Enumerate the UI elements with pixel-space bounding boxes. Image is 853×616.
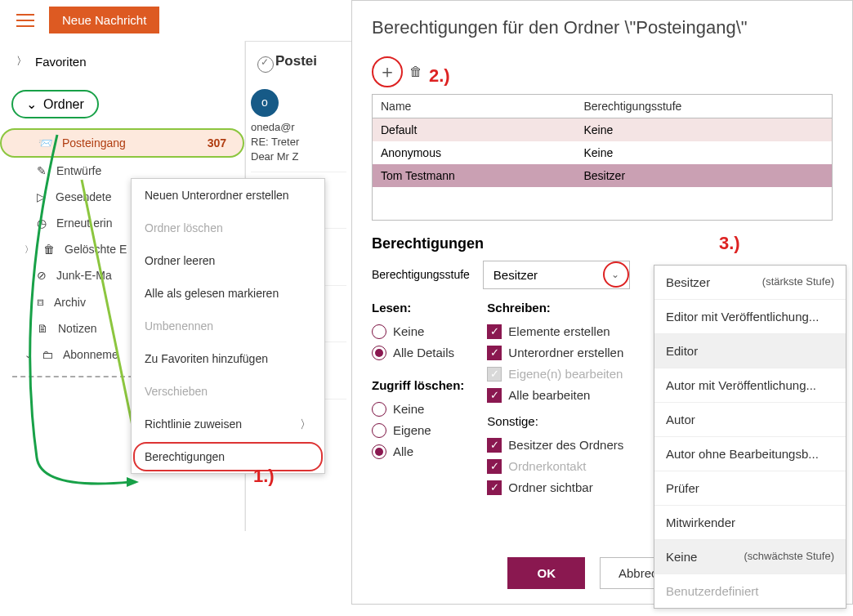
option-custom[interactable]: Benutzerdefiniert (654, 574, 846, 608)
checkbox-icon (487, 438, 502, 453)
delete-title: Zugriff löschen: (372, 378, 464, 392)
option-pruefer[interactable]: Prüfer (654, 471, 846, 506)
column-name: Name (373, 95, 576, 118)
favorites-label: Favoriten (35, 55, 87, 69)
message-item[interactable]: o oneda@r RE: Treter Dear Mr Z (251, 84, 346, 172)
check-label: Unterordner erstellen (508, 346, 623, 359)
folder-label: Erneut erin (56, 216, 112, 230)
option-label: Keine (666, 550, 697, 564)
new-message-button[interactable]: Neue Nachricht (49, 7, 159, 33)
chevron-right-icon: 〉 (300, 417, 311, 432)
option-besitzer[interactable]: Besitzer(stärkste Stufe) (654, 266, 846, 300)
permission-level-dropdown[interactable]: Besitzer ⌄ (483, 261, 630, 289)
read-title: Lesen: (372, 301, 464, 315)
menu-empty-folder[interactable]: Ordner leeren (132, 244, 324, 277)
radio-icon (372, 423, 386, 438)
radio-read-all[interactable]: Alle Details (372, 342, 464, 364)
option-editor-publish[interactable]: Editor mit Veröffentlichung... (654, 300, 846, 334)
chevron-right-icon: 〉 (16, 54, 27, 69)
hamburger-icon[interactable] (16, 14, 34, 27)
add-user-button[interactable]: ＋ (377, 62, 397, 82)
option-keine[interactable]: Keine(schwächste Stufe) (654, 540, 846, 574)
option-hint: (schwächste Stufe) (744, 550, 834, 564)
menu-delete-folder: Ordner löschen (132, 212, 324, 244)
check-edit-all[interactable]: Alle bearbeiten (487, 385, 623, 406)
folder-header: Postei (275, 53, 346, 69)
menu-create-subfolder[interactable]: Neuen Unterordner erstellen (132, 179, 324, 212)
chevron-down-icon: ⌄ (611, 269, 619, 280)
annotation-circle: ＋ (372, 56, 403, 87)
permissions-table: Name Berechtigungsstufe Default Keine An… (372, 94, 833, 221)
annotation-2: 2.) (429, 65, 450, 87)
cell-level: Besitzer (575, 164, 832, 187)
radio-read-none[interactable]: Keine (372, 321, 464, 342)
notes-icon: 🗎 (37, 322, 48, 335)
radio-label: Keine (393, 324, 424, 338)
option-autor[interactable]: Autor (654, 403, 846, 437)
chevron-down-icon: ⌄ (25, 350, 32, 360)
cell-level: Keine (575, 118, 832, 142)
avatar: o (251, 89, 279, 117)
write-title: Schreiben: (487, 301, 623, 315)
folders-label: Ordner (43, 97, 84, 112)
folder-icon: 🗀 (42, 348, 53, 361)
chevron-down-icon: ⌄ (26, 96, 37, 112)
column-level: Berechtigungsstufe (575, 95, 832, 118)
option-autor-noedit[interactable]: Autor ohne Bearbeitungsb... (654, 437, 846, 471)
sent-icon: ▷ (37, 190, 46, 203)
check-contact[interactable]: Ordnerkontakt (487, 456, 623, 477)
check-edit-own: Eigene(n) bearbeiten (487, 364, 623, 385)
checkbox-icon (487, 346, 502, 360)
folder-count: 307 (208, 136, 226, 150)
folder-label: Junk-E-Ma (56, 269, 112, 282)
check-create-subfolders[interactable]: Unterordner erstellen (487, 342, 623, 364)
option-mitwirkender[interactable]: Mitwirkender (654, 506, 846, 540)
option-autor-publish[interactable]: Autor mit Veröffentlichung... (654, 368, 846, 403)
checkbox-icon (487, 367, 502, 382)
cell-level: Keine (575, 141, 832, 164)
folder-label: Notizen (58, 322, 96, 335)
chevron-right-icon: 〉 (25, 243, 33, 256)
radio-label: Alle (393, 444, 413, 458)
favorites-section[interactable]: 〉 Favoriten (0, 49, 244, 74)
folder-inbox[interactable]: 📨 Posteingang 307 (0, 128, 244, 158)
menu-assign-policy[interactable]: Richtlinie zuweisen〉 (132, 408, 324, 440)
folder-context-menu: Neuen Unterordner erstellen Ordner lösch… (131, 178, 325, 474)
folders-section[interactable]: ⌄ Ordner (11, 90, 99, 118)
check-label: Eigene(n) bearbeiten (508, 367, 623, 381)
message-preview: Dear Mr Z (251, 150, 346, 164)
folder-label: Gesendete (56, 190, 112, 203)
check-create-items[interactable]: Elemente erstellen (487, 321, 623, 342)
ok-button[interactable]: OK (507, 557, 585, 589)
radio-icon (372, 444, 386, 459)
radio-label: Eigene (393, 423, 431, 437)
menu-mark-all-read[interactable]: Alle als gelesen markieren (132, 277, 324, 310)
message-subject: RE: Treter (251, 135, 346, 150)
menu-rename: Umbenennen (132, 310, 324, 342)
permission-level-options: Besitzer(stärkste Stufe) Editor mit Verö… (654, 265, 846, 609)
checkbox-icon (487, 388, 502, 403)
clock-icon: ◷ (37, 216, 47, 230)
archive-icon: ⧈ (37, 295, 44, 309)
radio-delete-all[interactable]: Alle (372, 441, 464, 462)
select-all-icon[interactable] (257, 56, 274, 73)
option-label: Besitzer (666, 275, 710, 289)
menu-add-favorite[interactable]: Zu Favoriten hinzufügen (132, 342, 324, 375)
radio-delete-none[interactable]: Keine (372, 399, 464, 420)
radio-delete-own[interactable]: Eigene (372, 420, 464, 441)
delete-user-button[interactable]: 🗑 (409, 65, 422, 79)
menu-permissions[interactable]: Berechtigungen (132, 440, 324, 473)
option-editor[interactable]: Editor (654, 334, 846, 368)
table-row[interactable]: Anonymous Keine (373, 141, 833, 164)
table-row[interactable]: Tom Testmann Besitzer (373, 164, 833, 187)
check-owner[interactable]: Besitzer des Ordners (487, 435, 623, 456)
junk-icon: ⊘ (37, 269, 47, 282)
annotation-1: 1.) (253, 466, 275, 487)
check-label: Elemente erstellen (508, 324, 610, 338)
annotation-3: 3.) (719, 233, 740, 254)
radio-icon (372, 346, 386, 360)
check-label: Ordnerkontakt (508, 459, 586, 473)
check-visible[interactable]: Ordner sichtbar (487, 477, 623, 498)
dialog-title: Berechtigungen für den Ordner \"Posteing… (372, 17, 833, 38)
table-row[interactable]: Default Keine (373, 118, 833, 142)
